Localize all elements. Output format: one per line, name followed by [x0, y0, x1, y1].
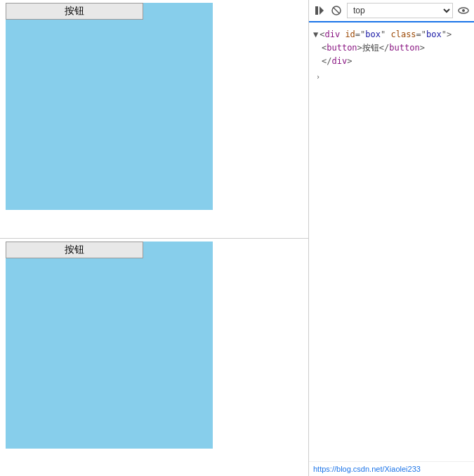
code-expand-arrow[interactable]: ›: [313, 72, 470, 83]
code-line-3: </div>: [313, 55, 470, 68]
play-icon[interactable]: [313, 4, 326, 17]
footer-url: https://blog.csdn.net/Xiaolei233: [313, 465, 421, 473]
collapse-triangle[interactable]: ▼: [313, 28, 318, 41]
devtools-code-view: ▼ <div id="box" class="box" > <button>按钮…: [309, 22, 474, 461]
bottom-button[interactable]: 按钮: [6, 242, 143, 258]
code-line-1: ▼ <div id="box" class="box" >: [313, 28, 470, 41]
svg-line-3: [334, 8, 339, 13]
devtools-panel: top ▼ <div id="box" class="box" > <butto…: [309, 0, 474, 476]
code-line-2: <button>按钮</button>: [313, 41, 470, 55]
expand-icon[interactable]: ›: [316, 72, 320, 83]
devtools-footer: https://blog.csdn.net/Xiaolei233: [309, 461, 474, 476]
top-box: [6, 3, 213, 210]
svg-marker-1: [320, 6, 324, 15]
svg-point-5: [462, 9, 465, 12]
bottom-demo-section: 按钮: [0, 239, 308, 477]
bottom-box: [6, 242, 213, 449]
left-panel: 按钮 按钮: [0, 0, 309, 476]
devtools-toolbar: top: [309, 0, 474, 22]
svg-rect-0: [315, 6, 318, 15]
top-button[interactable]: 按钮: [6, 3, 143, 20]
frame-selector[interactable]: top: [347, 3, 453, 18]
ban-icon[interactable]: [330, 4, 343, 17]
eye-icon[interactable]: [457, 4, 470, 17]
top-demo-section: 按钮: [0, 0, 308, 239]
